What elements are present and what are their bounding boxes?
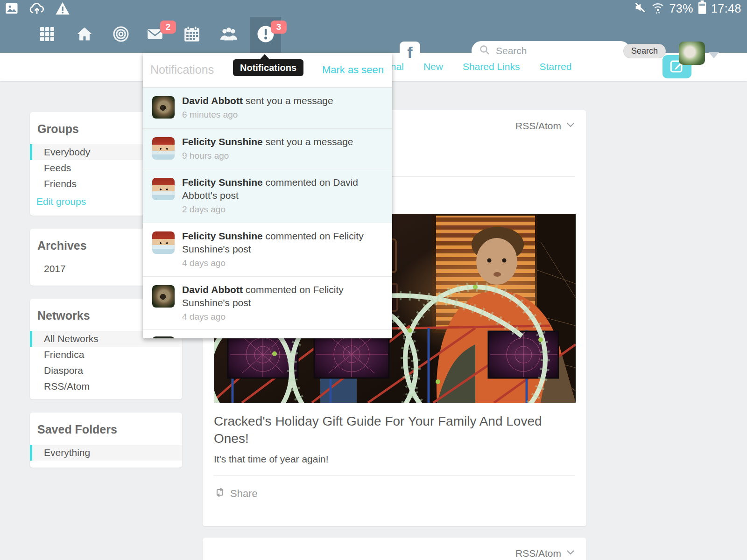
notifications-button[interactable]: 3 [250,17,281,53]
notification-time: 4 days ago [182,312,383,322]
image-icon [5,1,19,17]
battery-icon [698,0,707,16]
user-menu-caret-icon[interactable] [709,52,719,58]
events-button[interactable] [176,17,207,53]
post-source-label[interactable]: RSS/Atom [515,548,561,559]
notification-text: David Abbott sent you a message [182,94,383,107]
android-status-bar: 73% 17:48 [0,0,747,17]
mark-as-seen-link[interactable]: Mark as seen [322,64,384,76]
messages-button[interactable]: 2 [140,17,170,53]
clock: 17:48 [711,2,741,15]
notifications-badge: 3 [271,21,287,34]
search-input[interactable] [495,45,623,57]
notification-text: Felicity Sunshine commented on David Abb… [182,176,383,202]
search-icon [479,44,490,57]
user-avatar[interactable] [679,42,705,65]
avatar [152,285,175,308]
main-navbar: 2 3 f Search [0,17,747,53]
apps-grid-icon [39,26,56,44]
saved-folders-title: Saved Folders [30,413,182,445]
notification-time: 6 minutes ago [182,110,383,120]
notification-item[interactable]: David Abbott sent you a message 6 minute… [143,87,392,128]
target-icon [113,26,129,44]
battery-percent: 73% [669,2,693,15]
wifi-icon [651,1,665,16]
home-button[interactable] [69,17,100,53]
chevron-down-icon[interactable] [566,122,575,130]
notification-item[interactable]: Felicity Sunshine sent you a message 9 h… [143,128,392,169]
notifications-panel-title: Notifications [150,63,214,77]
search-submit-button[interactable]: Search [623,44,666,58]
share-button[interactable]: Share [214,487,258,500]
cloud-upload-icon [29,1,45,17]
sidebar-item-friendica[interactable]: Friendica [30,347,182,363]
avatar [152,96,175,119]
contacts-button[interactable] [213,17,244,53]
notification-item[interactable]: Felicity Sunshine commented on David Abb… [143,169,392,223]
avatar [152,231,175,254]
avatar [152,178,175,200]
post-body: It's that time of year again! [214,454,329,465]
post-source-label[interactable]: RSS/Atom [515,120,561,132]
share-retweet-icon [214,487,226,500]
avatar [152,336,175,338]
friendica-app: 73% 17:48 2 [0,0,747,560]
notification-item[interactable]: Felicity Sunshine commented on Felicity … [143,223,392,276]
sidebar-item-diaspora[interactable]: Diaspora [30,363,182,378]
avatar [152,137,175,160]
post-headline[interactable]: Cracked's Holiday Gift Guide For Your Fa… [214,413,559,447]
friendica-logo[interactable]: f [400,42,420,63]
community-button[interactable] [106,17,136,53]
notifications-dropdown: Notifications Mark as seen David Abbott … [143,53,392,338]
notification-text: Felicity Sunshine commented on Felicity … [182,230,383,256]
calendar-icon [183,25,201,45]
post-card: RSS/Atom [203,538,586,560]
warning-icon [55,1,70,17]
saved-folders-widget: Saved Folders Everything [30,413,182,468]
notification-text: Felicity Sunshine sent you a message [182,135,383,148]
sidebar-item-everything[interactable]: Everything [30,445,182,461]
notification-item-partial[interactable] [143,329,392,338]
tab-starred[interactable]: Starred [539,61,571,72]
notification-time: 2 days ago [182,204,383,215]
contacts-icon [219,26,239,44]
apps-menu-button[interactable] [32,17,63,53]
notification-text: David Abbott commented on Felicity Sunsh… [182,283,383,309]
chevron-down-icon[interactable] [566,549,575,558]
notification-time: 4 days ago [182,258,383,268]
tab-shared-links[interactable]: Shared Links [463,61,520,72]
mute-icon [634,1,647,16]
home-icon [76,26,93,44]
share-label: Share [230,488,258,500]
tab-new[interactable]: New [423,61,443,72]
messages-badge: 2 [160,21,176,34]
sidebar-item-rss-atom[interactable]: RSS/Atom [30,378,182,394]
global-search: Search [472,41,630,61]
notifications-tooltip: Notifications [233,59,303,76]
notification-item[interactable]: David Abbott commented on Felicity Sunsh… [143,276,392,329]
divider [214,475,575,476]
notification-time: 9 hours ago [182,151,383,161]
